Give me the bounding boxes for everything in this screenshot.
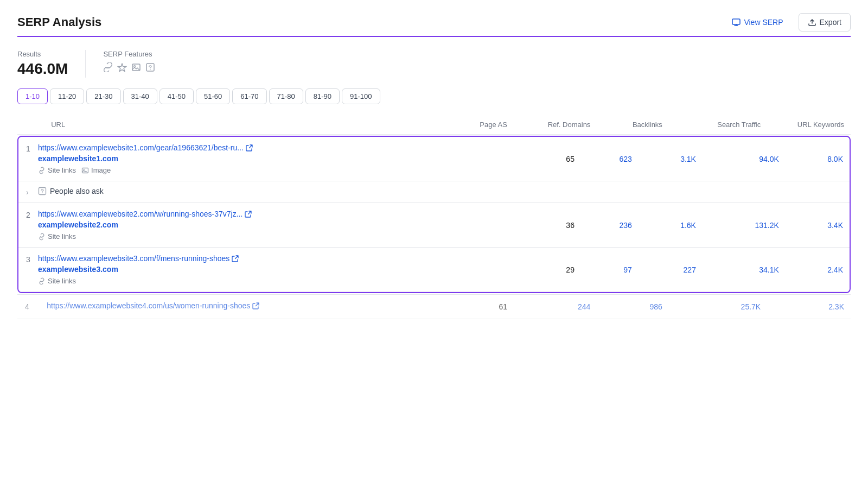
external-link-icon bbox=[246, 144, 253, 151]
page-btn-61-70[interactable]: 61-70 bbox=[232, 88, 266, 104]
row-features: Site links bbox=[38, 232, 526, 240]
row-page-as: 65 bbox=[533, 137, 581, 181]
table-body: 1 https://www.examplewebsite1.com/gear/a… bbox=[17, 135, 851, 319]
serp-features-icons bbox=[103, 62, 155, 74]
image-small-icon bbox=[81, 167, 89, 174]
page-btn-51-60[interactable]: 51-60 bbox=[196, 88, 230, 104]
page-btn-81-90[interactable]: 81-90 bbox=[305, 88, 340, 104]
col-header-search-traffic: Search Traffic bbox=[669, 115, 767, 135]
table-row: 2 https://www.examplewebsite2.com/w/runn… bbox=[18, 203, 850, 248]
row-domain: examplewebsite1.com bbox=[38, 154, 526, 163]
view-serp-label: View SERP bbox=[744, 18, 783, 27]
external-link-icon bbox=[245, 211, 252, 218]
export-button[interactable]: Export bbox=[799, 13, 851, 31]
svg-point-6 bbox=[84, 169, 85, 170]
url-text: https://www.examplewebsite1.com/gear/a19… bbox=[38, 143, 244, 152]
page-title: SERP Analysis bbox=[17, 15, 101, 29]
row-ref-domains: 623 bbox=[581, 137, 639, 181]
row-search-traffic: 25.7K bbox=[669, 295, 767, 319]
col-header-url: URL bbox=[44, 115, 453, 135]
page-btn-11-20[interactable]: 11-20 bbox=[50, 88, 84, 104]
results-block: Results 446.0M bbox=[17, 50, 85, 78]
serp-features-block: SERP Features bbox=[85, 50, 173, 78]
row-features: Site links Image bbox=[38, 166, 526, 174]
row-page-as: 29 bbox=[533, 248, 581, 292]
row-page-as: 61 bbox=[453, 295, 514, 319]
row-number: 3 bbox=[18, 248, 38, 292]
feature-site-links: Site links bbox=[38, 277, 76, 285]
chevron-right-icon: › bbox=[26, 188, 29, 197]
row-url-link[interactable]: https://www.examplewebsite3.com/f/mens-r… bbox=[38, 254, 239, 263]
col-header-backlinks: Backlinks bbox=[597, 115, 669, 135]
row-backlinks: 986 bbox=[597, 295, 669, 319]
people-also-ask-row[interactable]: › People also ask bbox=[18, 181, 850, 203]
row-url-link[interactable]: https://www.examplewebsite1.com/gear/a19… bbox=[38, 143, 253, 152]
paa-content: People also ask bbox=[38, 187, 104, 195]
row-search-traffic: 34.1K bbox=[703, 248, 786, 292]
page-header: SERP Analysis View SERP Export bbox=[17, 13, 851, 37]
row-ref-domains: 97 bbox=[581, 248, 639, 292]
row-domain: examplewebsite2.com bbox=[38, 220, 526, 229]
paa-icon bbox=[38, 187, 47, 195]
row-page-as: 36 bbox=[533, 203, 581, 248]
upload-icon bbox=[808, 18, 816, 27]
row-url-keywords: 2.4K bbox=[786, 248, 850, 292]
header-actions: View SERP Export bbox=[723, 13, 851, 31]
feature-site-links: Site links bbox=[38, 166, 76, 174]
export-label: Export bbox=[820, 18, 841, 27]
results-table-wrapper: URL Page AS Ref. Domains Backlinks Searc… bbox=[17, 115, 851, 319]
row-url-cell: https://www.examplewebsite2.com/w/runnin… bbox=[38, 203, 533, 248]
paa-label-cell: People also ask bbox=[38, 181, 850, 203]
row-url-cell: https://www.examplewebsite1.com/gear/a19… bbox=[38, 137, 533, 181]
row-url-link[interactable]: https://www.examplewebsite4.com/us/women… bbox=[47, 301, 259, 310]
svg-point-4 bbox=[150, 69, 151, 70]
row-url-cell: https://www.examplewebsite4.com/us/women… bbox=[44, 295, 453, 319]
row-backlinks: 3.1K bbox=[639, 137, 703, 181]
row-ref-domains: 236 bbox=[581, 203, 639, 248]
row-url-link[interactable]: https://www.examplewebsite2.com/w/runnin… bbox=[38, 210, 252, 218]
link-small-icon bbox=[38, 233, 46, 240]
page-btn-21-30[interactable]: 21-30 bbox=[86, 88, 120, 104]
image-icon bbox=[131, 62, 141, 74]
row-backlinks: 1.6K bbox=[639, 203, 703, 248]
pagination: 1-10 11-20 21-30 31-40 41-50 51-60 61-70… bbox=[17, 88, 851, 104]
table-row: 4 https://www.examplewebsite4.com/us/wom… bbox=[17, 295, 851, 319]
feature-site-links: Site links bbox=[38, 232, 76, 240]
external-link-icon bbox=[252, 302, 259, 309]
page-btn-1-10[interactable]: 1-10 bbox=[17, 88, 48, 104]
page-btn-41-50[interactable]: 41-50 bbox=[159, 88, 194, 104]
row-url-cell: https://www.examplewebsite3.com/f/mens-r… bbox=[38, 248, 533, 292]
row-url-keywords: 8.0K bbox=[786, 137, 850, 181]
monitor-icon bbox=[732, 18, 741, 27]
page-btn-71-80[interactable]: 71-80 bbox=[269, 88, 303, 104]
view-serp-button[interactable]: View SERP bbox=[723, 14, 792, 31]
url-text: https://www.examplewebsite2.com/w/runnin… bbox=[38, 210, 242, 218]
serp-features-label: SERP Features bbox=[103, 50, 155, 58]
svg-rect-0 bbox=[732, 19, 740, 24]
feature-image: Image bbox=[81, 166, 111, 174]
link-icon bbox=[103, 62, 113, 74]
row-backlinks: 227 bbox=[639, 248, 703, 292]
row-ref-domains: 244 bbox=[514, 295, 597, 319]
col-header-url-keywords: URL Keywords bbox=[767, 115, 851, 135]
url-text: https://www.examplewebsite4.com/us/women… bbox=[47, 301, 250, 310]
external-link-icon bbox=[232, 255, 239, 262]
star-icon bbox=[117, 62, 127, 74]
row-number: 2 bbox=[18, 203, 38, 248]
svg-point-2 bbox=[134, 66, 136, 67]
row-number: 1 bbox=[18, 137, 38, 181]
qa-icon bbox=[145, 62, 155, 74]
row-url-keywords: 2.3K bbox=[767, 295, 851, 319]
row-search-traffic: 131.2K bbox=[703, 203, 786, 248]
row-domain: examplewebsite3.com bbox=[38, 265, 526, 274]
col-header-num bbox=[17, 115, 44, 135]
page-btn-91-100[interactable]: 91-100 bbox=[342, 88, 380, 104]
table-header-row: URL Page AS Ref. Domains Backlinks Searc… bbox=[17, 115, 851, 135]
link-small-icon bbox=[38, 167, 46, 174]
url-text: https://www.examplewebsite3.com/f/mens-r… bbox=[38, 254, 229, 263]
row-url-keywords: 3.4K bbox=[786, 203, 850, 248]
row-number: 4 bbox=[17, 295, 44, 319]
paa-chevron-cell: › bbox=[18, 181, 38, 203]
paa-text: People also ask bbox=[50, 187, 104, 195]
page-btn-31-40[interactable]: 31-40 bbox=[123, 88, 157, 104]
